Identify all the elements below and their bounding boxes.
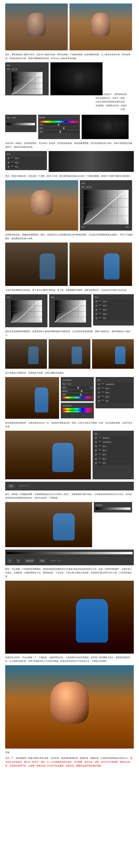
channel-label[interactable]: 通道：RGB — [7, 116, 35, 119]
para-9: 然后使用照色色相和度，让两步操作结合在一起，目的的作用就是决误一色相，让照片总色… — [5, 421, 134, 429]
para-5: 使用娃好的选区，新建曲线调整图层，高光，这样就可以让控制高映选区域中高映的明度，… — [5, 233, 134, 241]
hue-panel-1[interactable]: 色相/饱和度 预设：自定 色相：-65 饱和度： 明度： — [61, 377, 94, 401]
bw-label: 黑白 — [42, 116, 45, 119]
visibility-icon[interactable]: 👁 — [95, 313, 98, 315]
gaojing-button[interactable]: 高精 — [38, 559, 46, 563]
layer-row[interactable]: 👁背景 — [95, 316, 132, 320]
layer-row[interactable]: 👁曲线 1 — [97, 395, 132, 399]
layer-row[interactable]: 👁曲线 1 — [95, 308, 132, 312]
final-hdr-image — [5, 581, 134, 654]
layers-label: 图层 — [7, 153, 45, 156]
output-label: 输出： — [82, 225, 86, 228]
curves-label: 曲线 — [7, 64, 47, 67]
preset-label[interactable]: 预设：默认值 — [82, 186, 131, 189]
layer-row[interactable]: 👁背景 — [7, 165, 45, 169]
portrait-after — [70, 3, 132, 50]
curves-panel-1[interactable]: 曲线 预设：默认值 — [5, 62, 49, 95]
para-14: 总结一下，实际增使用一张图片模拟 HDR 效果，其实简单，就是增加高细区域、低暗… — [5, 756, 134, 768]
seated-grad — [5, 502, 92, 547]
para-6: 人物主体的调整到这里结束。接下来可以调整白整体感。接下来，就是要重回层调整，调整… — [5, 288, 134, 292]
layer-row[interactable]: 👁曲线 3 — [94, 444, 132, 448]
curves-panel-4[interactable]: 曲线 — [49, 294, 91, 327]
layer-row[interactable]: 👁渐变映射 1 — [94, 436, 132, 440]
curve-graph[interactable] — [11, 300, 42, 322]
layer-row[interactable]: 👁曲线 1 — [7, 156, 45, 160]
layer-row[interactable]: 👁色相/饱和度 1 — [94, 440, 132, 444]
layer-row[interactable]: 👁图层 1 — [94, 457, 132, 461]
layers-panel-2[interactable]: 图层 👁曲线 3 👁曲线 2 👁曲线 1 👁图层 1 👁背景 — [93, 294, 134, 326]
input-label: 输入： — [126, 225, 131, 228]
para-14a: 总结一下，实际增使用一张图片模拟 HDR 效果，其实简单，就是增加高细区域、低暗… — [5, 757, 130, 759]
curve-graph[interactable] — [11, 72, 43, 94]
bw-wide-portrait — [49, 151, 134, 172]
visibility-icon[interactable]: 👁 — [7, 166, 9, 168]
curves-panel-2[interactable]: 曲线 预设：默认值 输出：输入： — [80, 180, 132, 230]
blend-mode-select[interactable]: 柔光 — [7, 484, 15, 488]
gradient-editor[interactable] — [5, 550, 134, 557]
bw-panel[interactable]: ◧黑白 红色: 黄色: 绿色: — [38, 115, 80, 139]
layer-row[interactable]: 👁曲线 2 — [94, 448, 132, 453]
btn-a[interactable]: A — [7, 559, 12, 563]
gradient-map-panel[interactable]: 渐变映射 — [94, 502, 132, 513]
para-4: 然后，将他们选取起来，任意选择一个通道，按住 ctrl 键，按后使用鼠标左键点击… — [5, 174, 134, 178]
final-portrait-image — [5, 665, 134, 749]
seated-wide — [5, 431, 91, 479]
opacity-readout[interactable]: 不透明度: 15% — [49, 559, 61, 562]
layer-row[interactable]: 👁图层 1 — [7, 161, 45, 164]
channel-panel[interactable]: 通道：RGB — [5, 115, 36, 132]
bw-icon: ◧ — [39, 116, 41, 119]
blend-bar-2[interactable]: A B 重设全部 高精 不透明度: 15% — [5, 557, 134, 565]
para-3: 还有另外一种做法，皮肤质感更好，可以和龙一起使用，得到更好的效果。就是新建调度图… — [5, 142, 134, 149]
curves-label: 曲线 — [82, 182, 131, 185]
green-label: 绿色: — [39, 130, 43, 133]
seated-after — [70, 243, 132, 286]
blend-bar-1[interactable]: 柔光 不透明度: 37% — [5, 482, 134, 490]
hue-panel-2[interactable]: 色相/饱和度 — [61, 403, 94, 418]
layer-row[interactable]: 👁曲线 3 — [97, 386, 132, 391]
portrait-mid — [5, 180, 78, 230]
reset-button[interactable]: 重设全部 — [24, 559, 35, 563]
opacity-readout[interactable]: 不透明度: 37% — [18, 485, 30, 488]
layers-panel-1[interactable]: 图层 👁曲线 1 👁图层 1 👁背景 — [5, 151, 47, 170]
visibility-icon[interactable]: 👁 — [95, 305, 98, 307]
layer-row[interactable]: 👁背景 — [94, 461, 132, 465]
para-8: 接下来就进入调色阶段，光调色此不必要，给照片重新添加接值。 — [5, 371, 134, 375]
layer-row[interactable]: 👁曲线 2 — [97, 391, 132, 395]
layer-row[interactable]: 👁曲线 1 — [94, 453, 132, 457]
para-10: 最后，物理做一些细微的调整，若是能够增加起在百分之强向上"柔光"，再根据高的与照… — [5, 493, 134, 500]
curve-graph[interactable] — [83, 190, 129, 224]
seated-v1 — [5, 339, 47, 369]
para-1: 然后，通常如果是人像照片的话，我会对人物进行特效，同时会制做一下皮肤的质感，如加… — [5, 53, 134, 60]
layers-panel-4[interactable]: 图层 👁渐变映射 1 👁色相/饱和度 1 👁曲线 3 👁曲线 2 👁曲线 1 👁… — [92, 431, 134, 479]
para-2: 用曲线工具是这个，冥想增加皮肤的对比度的方法，手段不一样的，让提示绿色这段的肤块… — [95, 93, 127, 111]
layer-row[interactable]: 👁背景 — [97, 399, 132, 403]
visibility-icon[interactable]: 👁 — [95, 309, 98, 311]
visibility-icon[interactable]: 👁 — [7, 157, 9, 159]
curves-panel-3[interactable]: 曲线 — [5, 294, 48, 327]
layer-row[interactable]: 👁图层 1 — [95, 312, 132, 316]
btn-b[interactable]: B — [16, 559, 21, 563]
para-13: 完成。 — [5, 751, 134, 754]
seated-color — [5, 377, 59, 419]
layer-row[interactable]: 👁曲线 3 — [95, 300, 132, 304]
para-12: 如果还有点时间，可以在精修一下，人物的肤，边缘用明对对比，让皮肤模有有的交理柔感… — [5, 656, 134, 663]
dark-preview-1 — [82, 115, 129, 139]
para-11: 最后，可以新建一个漂绿映射调整图层。用到的面面里的颜色混合为"柔谈"就是加给画的… — [5, 567, 134, 579]
portrait-before — [5, 3, 68, 50]
preset-label[interactable]: 预设：默认值 — [7, 68, 47, 71]
visibility-icon[interactable]: 👁 — [7, 162, 9, 164]
curve-graph[interactable] — [55, 300, 86, 322]
visibility-icon[interactable]: 👁 — [95, 301, 98, 303]
visibility-icon[interactable]: 👁 — [95, 317, 98, 319]
layer-row[interactable]: 👁色相/饱和度 1 — [97, 382, 132, 386]
seated-v3 — [92, 339, 134, 369]
para-7: 操作也无差接调线周整图层，就是使用多个曲线来调整画面中明暗效域。让光束的作用更加… — [5, 330, 134, 337]
seated-before — [5, 243, 68, 286]
layers-panel-3[interactable]: 图层 👁色相/饱和度 1 👁曲线 3 👁曲线 2 👁曲线 1 👁背景 — [95, 377, 134, 408]
seated-v2 — [49, 339, 90, 369]
red-label: 红色: — [39, 123, 43, 126]
yellow-label: 黄色: — [39, 127, 43, 129]
layer-row[interactable]: 👁曲线 2 — [95, 304, 132, 308]
dark-detail-image — [50, 62, 103, 95]
